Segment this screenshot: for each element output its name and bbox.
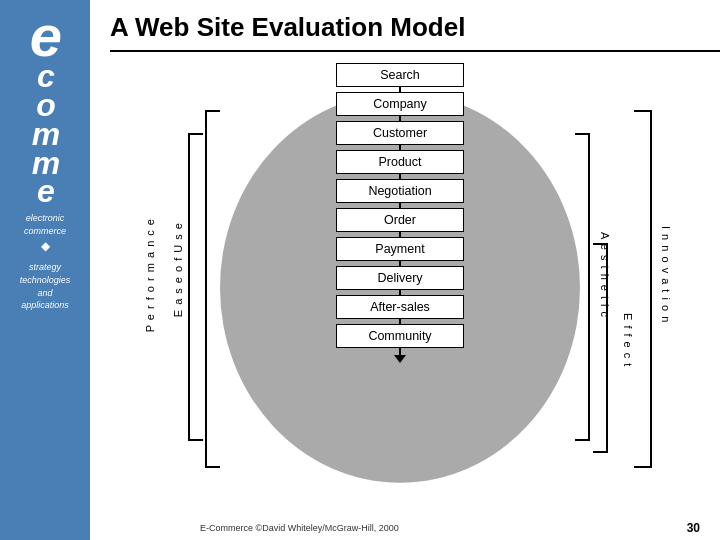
box-search: Search [336,63,464,87]
diagram-area: P e r f o r m a n c e E a s e o f U s e … [110,55,690,505]
aesthetic-label: A e s t h e t i c [595,155,615,395]
sidebar-subtitle2: strategy technologies and applications [20,261,71,311]
page-title: A Web Site Evaluation Model [110,12,720,43]
footer: E-Commerce ©David Whiteley/McGraw-Hill, … [180,521,720,535]
performance-label: P e r f o r m a n c e [140,175,160,375]
sidebar-subtitle: electronic commerce [24,212,66,237]
box-aftersales: After-sales [336,295,464,319]
main-content: A Web Site Evaluation Model P e r f o r … [90,0,720,540]
box-company: Company [336,92,464,116]
box-community: Community [336,324,464,348]
page-number: 30 [687,521,700,535]
copyright-text: E-Commerce ©David Whiteley/McGraw-Hill, … [200,523,399,533]
box-order: Order [336,208,464,232]
performance-bracket [188,133,203,441]
effect-label: E f f e c t [618,265,638,415]
box-customer: Customer [336,121,464,145]
boxes-container: Search Company Customer Product Negotiat… [335,63,465,348]
box-negotiation: Negotiation [336,179,464,203]
box-delivery: Delivery [336,266,464,290]
box-payment: Payment [336,237,464,261]
bottom-arrow [394,347,406,363]
sidebar: e c o m m e electronic commerce ◆ strate… [0,0,90,540]
ease-bracket [205,110,220,468]
ease-label: E a s e o f U s e [168,155,188,385]
sidebar-logo: e c o m m e [30,10,60,206]
sidebar-diamond: ◆ [41,239,50,253]
box-product: Product [336,150,464,174]
innovation-label: I n n o v a t i o n [656,165,676,385]
aesthetic-bracket [575,133,590,441]
title-divider [110,50,720,52]
